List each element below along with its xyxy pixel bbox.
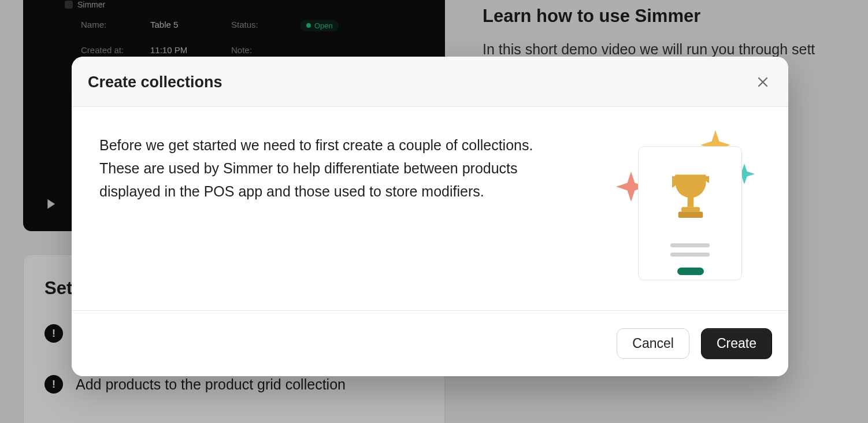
create-collections-modal: Create collections Before we get started… [72, 57, 788, 376]
trophy-illustration [616, 133, 761, 284]
create-button[interactable]: Create [701, 328, 772, 359]
svg-rect-2 [688, 196, 694, 207]
close-icon[interactable] [754, 73, 772, 91]
svg-rect-4 [678, 212, 703, 218]
trophy-icon [666, 172, 715, 227]
modal-body-text: Before we get started we need to first c… [99, 133, 567, 203]
svg-rect-3 [681, 207, 700, 212]
cancel-button[interactable]: Cancel [617, 328, 689, 359]
modal-title: Create collections [88, 73, 222, 91]
